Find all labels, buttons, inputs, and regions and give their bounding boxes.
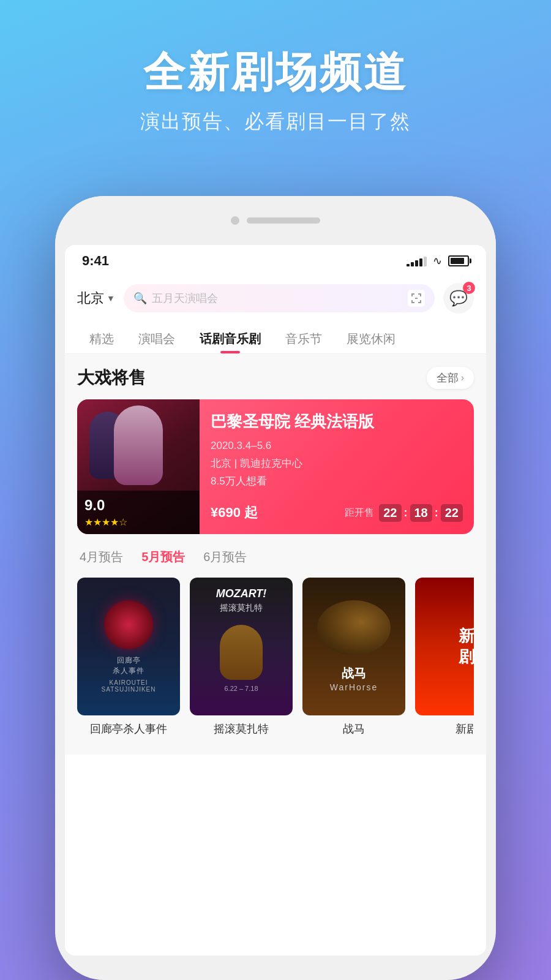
mozart-title-text: MOZART! bbox=[216, 587, 267, 600]
poster-artwork bbox=[77, 405, 200, 491]
show-card-kairoutei[interactable]: 回廊亭杀人事件 KAIROUTEI SATSUJINJIKEN 回廊亭杀人事件 bbox=[77, 578, 180, 736]
featured-info-top: 巴黎圣母院 经典法语版 2020.3.4–5.6 北京 | 凯迪拉克中心 8.5… bbox=[211, 412, 463, 490]
show-poster-fourth: 新剧 bbox=[415, 578, 474, 715]
battery-icon bbox=[448, 255, 469, 266]
featured-want: 8.5万人想看 bbox=[211, 475, 267, 487]
city-selector[interactable]: 北京 ▼ bbox=[77, 289, 115, 307]
svg-rect-1 bbox=[411, 293, 413, 296]
show-card-mozart[interactable]: MOZART! 摇滚莫扎特 6.22 – 7.18 摇滚莫扎特 bbox=[190, 578, 293, 736]
show-poster-warhorse: 战马 WarHorse bbox=[302, 578, 405, 715]
category-tabs: 精选 演唱会 话剧音乐剧 音乐节 展览休闲 bbox=[65, 321, 486, 354]
see-all-arrow: › bbox=[461, 372, 464, 383]
featured-title: 巴黎圣母院 经典法语版 bbox=[211, 412, 463, 432]
warhorse-en-title: WarHorse bbox=[330, 682, 378, 692]
poster-jp-title: 回廊亭杀人事件 bbox=[113, 655, 144, 676]
featured-meta: 2020.3.4–5.6 北京 | 凯迪拉克中心 8.5万人想看 bbox=[211, 437, 463, 491]
svg-rect-8 bbox=[415, 298, 418, 299]
show-name-kairoutei: 回廊亭杀人事件 bbox=[77, 722, 180, 736]
month-tabs: 4月预告 5月预告 6月预告 bbox=[77, 549, 474, 567]
poster-en-subtitle: KAIROUTEI SATSUJINJIKEN bbox=[87, 679, 170, 693]
featured-card[interactable]: 9.0 ★★★★☆ 巴黎圣母院 经典法语版 2020.3.4–5.6 北京 | … bbox=[77, 399, 474, 534]
svg-rect-7 bbox=[420, 300, 421, 303]
timer-minutes: 18 bbox=[410, 504, 432, 522]
horse-eye-art bbox=[317, 600, 391, 655]
tab-yanchang[interactable]: 演唱会 bbox=[126, 325, 187, 353]
status-icons: ∿ bbox=[407, 254, 469, 268]
search-area: 北京 ▼ 🔍 五月天演唱会 bbox=[65, 277, 486, 321]
fourth-poster-text: 新剧 bbox=[449, 616, 474, 677]
featured-date: 2020.3.4–5.6 bbox=[211, 440, 271, 451]
city-dropdown-arrow: ▼ bbox=[107, 293, 115, 303]
status-bar: 9:41 ∿ bbox=[65, 245, 486, 277]
mozart-dates: 6.22 – 7.18 bbox=[224, 685, 258, 692]
see-all-button[interactable]: 全部 › bbox=[427, 367, 474, 389]
timer-seconds: 22 bbox=[441, 504, 463, 522]
phone-body: 9:41 ∿ 北京 bbox=[55, 196, 496, 980]
featured-price: ¥690 起 bbox=[211, 503, 258, 522]
featured-timer: 距开售 22 : 18 : 22 bbox=[345, 504, 463, 522]
show-poster-kairoutei: 回廊亭杀人事件 KAIROUTEI SATSUJINJIKEN bbox=[77, 578, 180, 715]
tab-jingxuan[interactable]: 精选 bbox=[77, 325, 126, 353]
signal-icon bbox=[407, 255, 427, 266]
hero-section: 全新剧场频道 演出预告、必看剧目一目了然 bbox=[0, 49, 551, 135]
upcoming-title: 大戏将售 bbox=[77, 366, 146, 390]
timer-hours: 22 bbox=[379, 504, 401, 522]
mozart-subtitle-text: 摇滚莫扎特 bbox=[220, 603, 263, 614]
timer-label: 距开售 bbox=[345, 507, 374, 519]
tab-may[interactable]: 5月预告 bbox=[141, 549, 185, 567]
show-poster-mozart: MOZART! 摇滚莫扎特 6.22 – 7.18 bbox=[190, 578, 293, 715]
phone-notch bbox=[55, 196, 496, 245]
poster-rating: 9.0 bbox=[84, 497, 192, 514]
show-name-fourth: 新剧 bbox=[415, 722, 474, 736]
scan-button[interactable] bbox=[408, 290, 425, 307]
message-button[interactable]: 💬 3 bbox=[443, 283, 474, 314]
city-name: 北京 bbox=[77, 289, 104, 307]
tab-yinyuejie[interactable]: 音乐节 bbox=[273, 325, 334, 353]
warhorse-zh-title: 战马 bbox=[330, 665, 378, 682]
message-badge: 3 bbox=[463, 282, 475, 294]
phone-screen: 9:41 ∿ 北京 bbox=[65, 245, 486, 956]
search-icon: 🔍 bbox=[133, 292, 147, 305]
shows-grid: 回廊亭杀人事件 KAIROUTEI SATSUJINJIKEN 回廊亭杀人事件 … bbox=[77, 578, 474, 742]
rose-decoration bbox=[104, 600, 153, 649]
show-card-warhorse[interactable]: 战马 WarHorse 战马 bbox=[302, 578, 405, 736]
wifi-icon: ∿ bbox=[433, 254, 442, 268]
svg-rect-3 bbox=[420, 293, 421, 296]
search-placeholder-text: 五月天演唱会 bbox=[152, 291, 403, 306]
hero-title: 全新剧场频道 bbox=[0, 49, 551, 95]
featured-info: 巴黎圣母院 经典法语版 2020.3.4–5.6 北京 | 凯迪拉克中心 8.5… bbox=[200, 399, 474, 534]
hero-subtitle: 演出预告、必看剧目一目了然 bbox=[0, 108, 551, 135]
phone-mockup: 9:41 ∿ 北京 bbox=[55, 196, 496, 980]
main-content: 大戏将售 全部 › 9.0 ★★★★ bbox=[65, 354, 486, 755]
show-name-mozart: 摇滚莫扎特 bbox=[190, 722, 293, 736]
status-time: 9:41 bbox=[82, 253, 109, 269]
speaker-bar bbox=[247, 217, 320, 224]
tab-zhanlan[interactable]: 展览休闲 bbox=[334, 325, 408, 353]
featured-venue: 北京 | 凯迪拉克中心 bbox=[211, 458, 302, 469]
see-all-label: 全部 bbox=[437, 371, 459, 385]
featured-bottom: ¥690 起 距开售 22 : 18 : 22 bbox=[211, 503, 463, 522]
tab-huaju[interactable]: 话剧音乐剧 bbox=[187, 325, 273, 353]
poster-stars: ★★★★☆ bbox=[84, 517, 127, 527]
show-card-fourth[interactable]: 新剧 新剧 bbox=[415, 578, 474, 736]
tab-june[interactable]: 6月预告 bbox=[203, 549, 247, 567]
show-name-warhorse: 战马 bbox=[302, 722, 405, 736]
upcoming-section-header: 大戏将售 全部 › bbox=[77, 366, 474, 390]
featured-poster: 9.0 ★★★★☆ bbox=[77, 399, 200, 534]
svg-rect-5 bbox=[411, 300, 413, 303]
mozart-figure bbox=[220, 625, 263, 680]
tab-april[interactable]: 4月预告 bbox=[80, 549, 123, 567]
camera-dot bbox=[231, 216, 239, 225]
poster-overlay: 9.0 ★★★★☆ bbox=[77, 491, 200, 534]
search-box[interactable]: 🔍 五月天演唱会 bbox=[124, 284, 435, 312]
warhorse-logo: 战马 WarHorse bbox=[330, 665, 378, 693]
